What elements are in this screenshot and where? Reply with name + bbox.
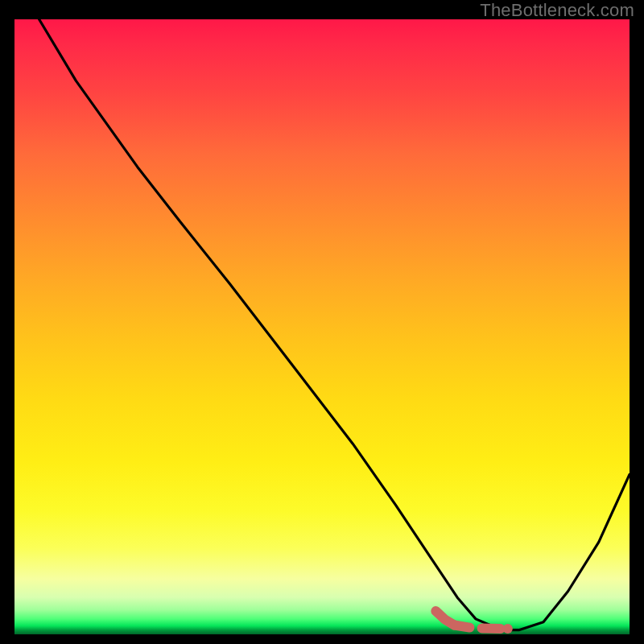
bottleneck-curve — [39, 19, 630, 630]
watermark-text: TheBottleneck.com — [480, 0, 634, 21]
chart-frame — [14, 19, 630, 634]
chart-svg — [14, 19, 630, 634]
